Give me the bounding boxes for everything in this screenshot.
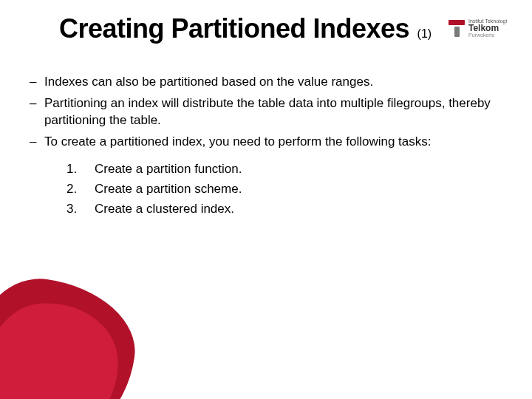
bullet-item: Indexes can also be partitioned based on… bbox=[25, 74, 510, 91]
list-item: 1. Create a partition function. bbox=[66, 161, 510, 178]
logo-line2: Telkom bbox=[468, 24, 507, 33]
list-item: 3. Create a clustered index. bbox=[66, 201, 510, 218]
bullet-item: To create a partitioned index, you need … bbox=[25, 134, 510, 151]
bullet-list: Indexes can also be partitioned based on… bbox=[25, 74, 510, 151]
body-content: Indexes can also be partitioned based on… bbox=[25, 74, 510, 221]
logo-text: Institut Teknologi Telkom Purwokerto bbox=[468, 18, 507, 38]
list-text: Create a partition function. bbox=[95, 161, 242, 178]
slide: Creating Partitioned Indexes (1) Institu… bbox=[0, 0, 532, 399]
slide-title: Creating Partitioned Indexes bbox=[59, 13, 409, 44]
bullet-item: Partitioning an index will distribute th… bbox=[25, 95, 510, 129]
list-item: 2. Create a partition scheme. bbox=[66, 181, 510, 198]
list-text: Create a clustered index. bbox=[95, 201, 234, 218]
list-text: Create a partition scheme. bbox=[95, 181, 242, 198]
logo-line3: Purwokerto bbox=[468, 33, 507, 38]
institution-logo: Institut Teknologi Telkom Purwokerto bbox=[448, 12, 522, 44]
logo-mark-icon bbox=[448, 17, 466, 39]
list-number: 2. bbox=[66, 181, 81, 198]
list-number: 3. bbox=[66, 201, 81, 218]
slide-title-suffix: (1) bbox=[417, 27, 432, 40]
decorative-corner-icon bbox=[0, 251, 163, 399]
title-row: Creating Partitioned Indexes (1) bbox=[59, 13, 473, 44]
numbered-list: 1. Create a partition function. 2. Creat… bbox=[66, 161, 510, 218]
list-number: 1. bbox=[66, 161, 81, 178]
